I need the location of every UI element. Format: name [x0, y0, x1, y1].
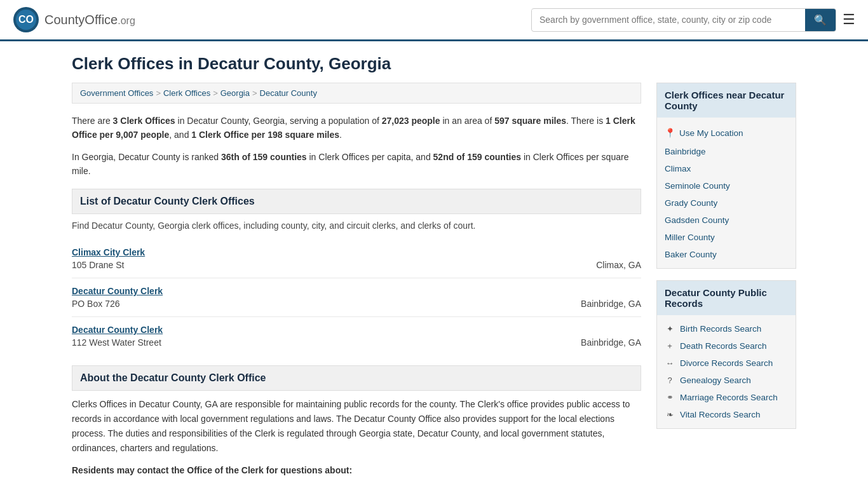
list-section-desc: Find Decatur County, Georgia clerk offic… [72, 220, 641, 231]
nearby-header: Clerk Offices near Decatur County [657, 83, 796, 118]
main-content: Government Offices > Clerk Offices > Geo… [72, 83, 641, 485]
clerk-name-1: Decatur County Clerk [72, 286, 641, 296]
site-header: CO CountyOffice.org 🔍 ☰ [0, 0, 868, 41]
logo-suffix: .org [118, 15, 135, 26]
logo-name: CountyOffice [44, 13, 118, 27]
divorce-records-icon: ↔ [665, 358, 675, 368]
logo-icon: CO [13, 6, 39, 33]
records-header: Decatur County Public Records [657, 281, 796, 315]
clerk-city-2: Bainbridge, GA [581, 337, 641, 348]
clerk-city-1: Bainbridge, GA [581, 299, 641, 309]
nearby-link-4: Gadsden County [657, 212, 796, 229]
birth-records-link[interactable]: Birth Records Search [680, 324, 761, 334]
clerk-name-0: Climax City Clerk [72, 247, 641, 257]
records-links: ✦ Birth Records Search + Death Records S… [657, 315, 796, 428]
nearby-link-5: Miller County [657, 229, 796, 246]
nearby-anchor-1[interactable]: Climax [665, 164, 691, 173]
location-pin-icon: 📍 [665, 128, 675, 138]
nearby-anchor-6[interactable]: Baker County [665, 250, 717, 259]
rank-sqmile: 52nd of 159 counties [433, 152, 521, 162]
use-location-item: 📍 Use My Location [657, 123, 796, 143]
nearby-link-2: Seminole County [657, 177, 796, 194]
clerk-details-2: 112 West Water Street Bainbridge, GA [72, 337, 641, 348]
list-section-header: List of Decatur County Clerk Offices [72, 189, 641, 214]
nearby-link-6: Baker County [657, 246, 796, 263]
clerk-details-0: 105 Drane St Climax, GA [72, 260, 641, 270]
records-link-0: ✦ Birth Records Search [657, 320, 796, 337]
clerk-link-1[interactable]: Decatur County Clerk [72, 286, 163, 296]
about-section-header: About the Decatur County Clerk Office [72, 365, 641, 391]
clerk-count: 3 Clerk Offices [113, 116, 175, 126]
nearby-link-0: Bainbridge [657, 143, 796, 160]
search-button[interactable]: 🔍 [805, 9, 836, 31]
logo-area: CO CountyOffice.org [13, 6, 135, 33]
use-location-link[interactable]: Use My Location [679, 128, 743, 138]
header-right: 🔍 ☰ [531, 8, 855, 32]
clerk-address-1: PO Box 726 [72, 299, 120, 309]
breadcrumb-clerk-offices[interactable]: Clerk Offices [163, 88, 210, 98]
nearby-anchor-4[interactable]: Gadsden County [665, 215, 729, 225]
about-text-2: Residents may contact the Office of the … [72, 463, 641, 478]
clerk-address-2: 112 West Water Street [72, 337, 161, 348]
svg-text:CO: CO [18, 14, 34, 25]
breadcrumb-georgia[interactable]: Georgia [220, 88, 250, 98]
clerk-link-2[interactable]: Decatur County Clerk [72, 325, 163, 335]
marriage-records-icon: ⚭ [665, 393, 675, 402]
about-text-1: Clerks Offices in Decatur County, GA are… [72, 397, 641, 456]
nearby-links: 📍 Use My Location Bainbridge Climax Semi… [657, 118, 796, 268]
rank-capita: 36th of 159 counties [221, 152, 307, 162]
clerk-list: Climax City Clerk 105 Drane St Climax, G… [72, 240, 641, 355]
info-paragraph-1: There are 3 Clerk Offices in Decatur Cou… [72, 114, 641, 142]
breadcrumb: Government Offices > Clerk Offices > Geo… [72, 83, 641, 104]
vital-records-link[interactable]: Vital Records Search [680, 410, 761, 419]
main-container: Clerk Offices in Decatur County, Georgia… [59, 41, 809, 488]
breadcrumb-gov-offices[interactable]: Government Offices [80, 88, 153, 98]
clerk-entry-0: Climax City Clerk 105 Drane St Climax, G… [72, 240, 641, 278]
search-input[interactable] [532, 10, 805, 30]
page-title: Clerk Offices in Decatur County, Georgia [72, 54, 796, 74]
records-link-5: ❧ Vital Records Search [657, 406, 796, 423]
search-bar: 🔍 [531, 8, 836, 32]
birth-records-icon: ✦ [665, 324, 675, 334]
records-link-3: ? Genealogy Search [657, 372, 796, 389]
clerk-address-0: 105 Drane St [72, 260, 125, 270]
nearby-anchor-5[interactable]: Miller County [665, 233, 715, 242]
info-paragraph-2: In Georgia, Decatur County is ranked 36t… [72, 150, 641, 179]
records-link-1: + Death Records Search [657, 337, 796, 355]
clerk-entry-2: Decatur County Clerk 112 West Water Stre… [72, 317, 641, 355]
records-link-4: ⚭ Marriage Records Search [657, 389, 796, 406]
records-section: Decatur County Public Records ✦ Birth Re… [656, 280, 796, 429]
sidebar: Clerk Offices near Decatur County 📍 Use … [656, 83, 796, 485]
nearby-anchor-3[interactable]: Grady County [665, 198, 717, 208]
divorce-records-link[interactable]: Divorce Records Search [680, 358, 773, 368]
clerk-entry-1: Decatur County Clerk PO Box 726 Bainbrid… [72, 278, 641, 317]
nearby-anchor-0[interactable]: Bainbridge [665, 147, 706, 156]
population: 27,023 people [382, 116, 440, 126]
content-layout: Government Offices > Clerk Offices > Geo… [72, 83, 796, 485]
hamburger-menu-button[interactable]: ☰ [843, 11, 855, 28]
death-records-icon: + [665, 341, 675, 351]
breadcrumb-decatur[interactable]: Decatur County [260, 88, 317, 98]
about-text-2-bold: Residents may contact the Office of the … [72, 465, 352, 475]
area: 597 square miles [494, 116, 566, 126]
logo-text: CountyOffice.org [44, 13, 135, 27]
clerk-details-1: PO Box 726 Bainbridge, GA [72, 299, 641, 309]
nearby-section: Clerk Offices near Decatur County 📍 Use … [656, 83, 796, 269]
records-link-2: ↔ Divorce Records Search [657, 355, 796, 372]
genealogy-link[interactable]: Genealogy Search [680, 376, 751, 385]
per-sqmile: 1 Clerk Office per 198 square miles [191, 130, 339, 140]
clerk-name-2: Decatur County Clerk [72, 325, 641, 335]
county-name: Decatur County, Georgia [187, 116, 285, 126]
vital-records-icon: ❧ [665, 410, 675, 419]
marriage-records-link[interactable]: Marriage Records Search [680, 393, 778, 402]
clerk-city-0: Climax, GA [596, 260, 641, 270]
nearby-link-1: Climax [657, 160, 796, 177]
genealogy-icon: ? [665, 376, 675, 385]
nearby-anchor-2[interactable]: Seminole County [665, 181, 730, 191]
clerk-link-0[interactable]: Climax City Clerk [72, 247, 145, 257]
death-records-link[interactable]: Death Records Search [680, 341, 767, 351]
nearby-link-3: Grady County [657, 194, 796, 212]
